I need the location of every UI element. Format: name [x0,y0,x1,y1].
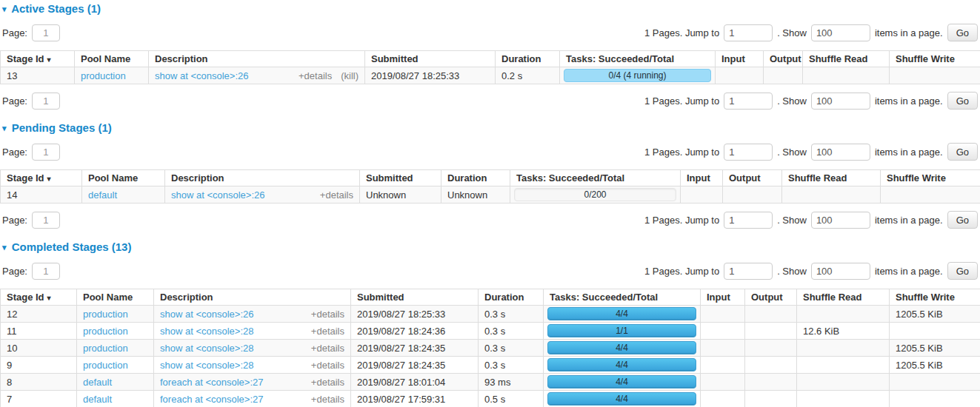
description-wrap: foreach at <console>:27+details [160,377,344,388]
details-toggle[interactable]: +details [311,360,344,371]
jump-to-page-input[interactable] [724,92,773,110]
task-progress: 4/4 [547,375,696,388]
column-header-input[interactable]: Input [701,289,745,306]
details-toggle[interactable]: +details [311,326,344,337]
show-items-input[interactable] [811,144,870,161]
column-header-shuffle-read[interactable]: Shuffle Read [797,289,890,306]
details-toggle[interactable]: +details [299,70,332,81]
column-header-shuffle-write[interactable]: Shuffle Write [881,170,980,186]
column-header-pool-name[interactable]: Pool Name [77,289,154,306]
stage-row: 13productionshow at <console>:26+details… [1,67,980,84]
show-items-input[interactable] [811,263,870,280]
description-link[interactable]: foreach at <console>:27 [160,394,264,405]
column-header-duration[interactable]: Duration [441,170,510,186]
column-header-tasks-succeeded-total[interactable]: Tasks: Succeeded/Total [560,51,716,67]
tasks-cell: 4/4 [544,306,701,323]
section-heading-pending-stages[interactable]: ▾ Pending Stages (1) [2,121,980,135]
kill-link[interactable]: (kill) [341,70,359,81]
description-link[interactable]: show at <console>:26 [155,70,248,81]
tasks-cell: 4/4 [544,391,701,407]
page-jump-control: 1 Pages. Jump to . Show items in a page.… [644,24,978,41]
pool-name-link[interactable]: production [83,326,128,337]
column-header-description[interactable]: Description [149,51,365,67]
description-link[interactable]: foreach at <console>:27 [160,377,264,388]
column-header-duration[interactable]: Duration [479,289,544,306]
description-link[interactable]: show at <console>:28 [160,326,253,337]
pool-name-link[interactable]: default [83,394,112,405]
column-header-description[interactable]: Description [154,289,351,306]
go-button[interactable]: Go [947,24,978,41]
column-header-pool-name[interactable]: Pool Name [75,51,149,67]
pages-jump-label: 1 Pages. Jump to [644,147,719,158]
page-number-input[interactable] [32,92,60,110]
column-header-output[interactable]: Output [745,289,797,306]
column-header-stage-id[interactable]: Stage Id▾ [1,170,82,186]
task-progress-label: 1/1 [548,325,696,337]
details-toggle[interactable]: +details [320,189,353,201]
pending-stages-table: Stage Id▾Pool NameDescriptionSubmittedDu… [0,169,980,204]
go-button[interactable]: Go [947,143,978,161]
column-header-shuffle-write[interactable]: Shuffle Write [890,289,980,306]
column-header-stage-id[interactable]: Stage Id▾ [1,289,77,306]
pool-name-cell: default [77,374,154,391]
column-header-input[interactable]: Input [716,51,764,67]
jump-to-page-input[interactable] [724,144,773,161]
details-toggle[interactable]: +details [311,309,344,320]
pool-name-link[interactable]: production [83,343,128,354]
column-header-pool-name[interactable]: Pool Name [82,170,165,186]
duration-cell: Unknown [441,186,510,204]
pool-name-link[interactable]: default [83,377,112,388]
pagination-bar: Page: 1 Pages. Jump to . Show items in a… [2,143,978,161]
description-link[interactable]: show at <console>:28 [160,360,253,371]
pool-name-link[interactable]: production [83,309,128,320]
column-header-submitted[interactable]: Submitted [365,51,496,67]
input-cell [701,374,745,391]
page-number-input[interactable] [32,144,60,161]
pool-name-link[interactable]: production [81,70,126,81]
column-header-output[interactable]: Output [723,170,782,186]
tasks-cell: 1/1 [544,323,701,340]
column-header-duration[interactable]: Duration [496,51,560,67]
go-button[interactable]: Go [947,92,978,110]
jump-to-page-input[interactable] [724,212,773,229]
column-header-shuffle-read[interactable]: Shuffle Read [782,170,881,186]
section-heading-active-stages[interactable]: ▾ Active Stages (1) [2,2,980,16]
show-items-input[interactable] [811,92,870,110]
details-toggle[interactable]: +details [311,343,344,354]
column-header-submitted[interactable]: Submitted [351,289,479,306]
description-link[interactable]: show at <console>:26 [160,309,253,320]
column-header-tasks-succeeded-total[interactable]: Tasks: Succeeded/Total [544,289,701,306]
description-link[interactable]: show at <console>:26 [171,189,264,201]
details-toggle[interactable]: +details [311,377,344,388]
go-button[interactable]: Go [947,211,978,229]
sort-desc-icon: ▾ [47,294,51,302]
go-button[interactable]: Go [947,262,978,280]
pool-name-link[interactable]: production [83,360,128,371]
description-link[interactable]: show at <console>:28 [160,343,253,354]
column-header-stage-id[interactable]: Stage Id▾ [1,51,75,67]
details-toggle[interactable]: +details [311,394,344,405]
column-header-input[interactable]: Input [681,170,723,186]
column-header-shuffle-read[interactable]: Shuffle Read [803,51,890,67]
page-number-input[interactable] [32,263,60,280]
column-header-shuffle-write[interactable]: Shuffle Write [890,51,980,67]
jump-to-page-input[interactable] [724,263,773,280]
jump-to-page-input[interactable] [724,24,773,41]
description-cell: show at <console>:28+details [154,357,351,374]
page-number-input[interactable] [32,24,60,41]
task-progress: 1/1 [547,324,696,337]
stage-row: 9productionshow at <console>:28+details2… [1,357,980,374]
page-number-input[interactable] [32,212,60,229]
task-progress-label: 4/4 [548,359,696,371]
stage-id-cell: 9 [1,357,77,374]
pool-name-link[interactable]: default [88,189,117,201]
column-header-output[interactable]: Output [764,51,803,67]
column-header-submitted[interactable]: Submitted [360,170,441,186]
show-items-input[interactable] [811,24,870,41]
show-items-input[interactable] [811,212,870,229]
column-header-tasks-succeeded-total[interactable]: Tasks: Succeeded/Total [510,170,681,186]
input-cell [701,391,745,407]
stage-id-cell: 14 [1,186,82,204]
column-header-description[interactable]: Description [165,170,360,186]
section-heading-completed-stages[interactable]: ▾ Completed Stages (13) [2,240,980,255]
